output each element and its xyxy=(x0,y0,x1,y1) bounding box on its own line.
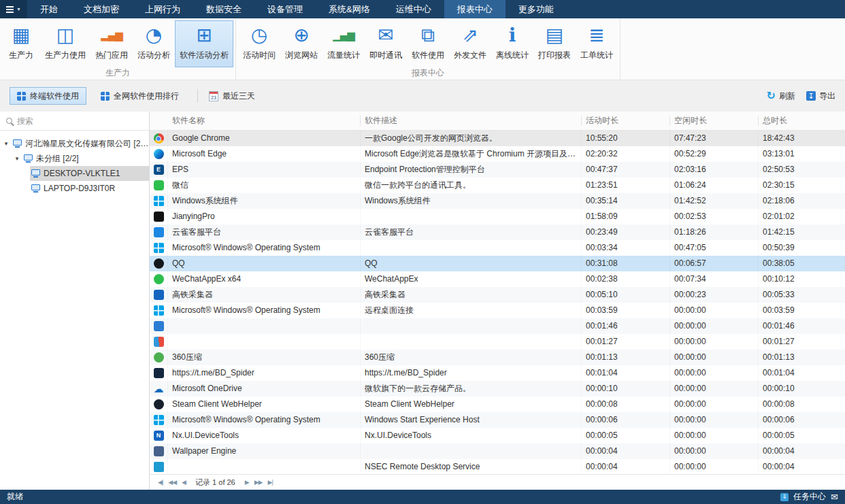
menu-item[interactable]: 开始 xyxy=(27,0,71,18)
expand-arrow-icon[interactable]: ▾ xyxy=(3,140,10,147)
view-tab[interactable]: 全网软件使用排行 xyxy=(93,87,186,105)
ribbon-item[interactable]: ◫生产力使用 xyxy=(40,20,90,67)
statusbar-right: ⇓ 任务中心 ✉ xyxy=(780,491,838,503)
page-prev-button[interactable]: ◀ xyxy=(182,479,186,486)
idle-duration: 00:00:23 xyxy=(670,287,759,303)
menu-item[interactable]: 更多功能 xyxy=(506,0,567,18)
ribbon-item[interactable]: ≣工单统计 xyxy=(576,20,618,67)
menu-item[interactable]: 上网行为 xyxy=(132,0,193,18)
table-row[interactable]: 云雀客服平台云雀客服平台00:23:4901:18:2601:42:15 xyxy=(150,224,845,240)
table-row[interactable]: Microsoft EdgeMicrosoft Edge浏览器是微软基于 Chr… xyxy=(150,146,845,162)
menu-item[interactable]: 文档加密 xyxy=(71,0,132,18)
ribbon-item[interactable]: ◔活动分析 xyxy=(133,20,175,67)
table-row[interactable]: NNx.UI.DeviceToolsNx.UI.DeviceTools00:00… xyxy=(150,428,845,443)
column-header[interactable]: 总时长 xyxy=(759,116,845,126)
table-row[interactable]: Google Chrome一款Google公司开发的网页浏览器。10:55:20… xyxy=(150,131,845,146)
app-menu-button[interactable]: ▼ xyxy=(0,0,27,18)
refresh-icon: ↻ xyxy=(767,90,776,101)
table-row[interactable]: WeChatAppEx x64WeChatAppEx00:02:3800:07:… xyxy=(150,271,845,287)
ribbon-item[interactable]: ⇗外发文件 xyxy=(449,20,491,67)
table-row[interactable]: NSEC Remote Desktop Service00:00:0400:00… xyxy=(150,459,845,474)
ribbon-item[interactable]: ℹ离线统计 xyxy=(491,20,533,67)
software-icon-cell xyxy=(150,287,168,303)
table-row[interactable]: 00:01:4600:00:0000:01:46 xyxy=(150,318,845,334)
active-duration: 00:47:37 xyxy=(582,162,670,178)
software-name: WeChatAppEx x64 xyxy=(168,271,361,287)
column-header[interactable]: 空闲时长 xyxy=(670,116,759,126)
table-row[interactable]: Wallpaper Engine00:00:0400:00:0000:00:04 xyxy=(150,443,845,459)
productivity-icon: ▦ xyxy=(7,23,35,48)
ribbon-item[interactable]: ⧉软件使用 xyxy=(407,20,449,67)
table-row[interactable]: https://t.me/BD_Spiderhttps://t.me/BD_Sp… xyxy=(150,365,845,381)
table-row[interactable]: Steam Client WebHelperSteam Client WebHe… xyxy=(150,397,845,412)
idle-duration: 01:18:26 xyxy=(670,224,759,240)
outgoing-files-icon: ⇗ xyxy=(456,23,484,48)
toolbar-actions: ↻刷新↧导出 xyxy=(767,90,835,102)
expand-arrow-icon[interactable]: ▾ xyxy=(14,155,20,162)
table-row[interactable]: QQQQ00:31:0800:06:5700:38:05 xyxy=(150,256,845,271)
table-row[interactable]: Microsoft® Windows® Operating System远程桌面… xyxy=(150,303,845,318)
table-row[interactable]: 高铁采集器高铁采集器00:05:1000:00:2300:05:33 xyxy=(150,287,845,303)
column-header[interactable]: 软件描述 xyxy=(361,116,582,126)
total-duration: 00:38:05 xyxy=(759,256,845,271)
ribbon-item[interactable]: ✉即时通讯 xyxy=(365,20,407,67)
date-filter-button[interactable]: 23 最近三天 xyxy=(209,90,255,102)
column-header[interactable]: 活动时长 xyxy=(582,116,670,126)
active-duration: 00:00:04 xyxy=(582,459,670,474)
menu-item[interactable]: 数据安全 xyxy=(193,0,254,18)
export-button-label: 导出 xyxy=(819,90,835,102)
tree-node[interactable]: ▾未分组 [2/2] xyxy=(12,151,149,166)
view-tab[interactable]: 终端软件使用 xyxy=(10,87,86,105)
page-next-button[interactable]: ▶ xyxy=(245,479,249,486)
active-duration: 00:00:08 xyxy=(582,397,670,412)
table-row[interactable]: ☁Microsoft OneDrive微软旗下的一款云存储产品。00:00:10… xyxy=(150,381,845,397)
tree-node[interactable]: DESKTOP-VLKTLE1 xyxy=(30,166,149,181)
search-input[interactable] xyxy=(17,116,143,126)
hot-apps-icon: ▂▄▆ xyxy=(97,23,126,48)
idle-duration: 00:00:00 xyxy=(670,459,759,474)
date-filter-label: 最近三天 xyxy=(222,90,255,102)
table-row[interactable]: Microsoft® Windows® Operating System00:0… xyxy=(150,240,845,256)
refresh-button[interactable]: ↻刷新 xyxy=(767,90,795,102)
ribbon-item[interactable]: ⊕浏览网站 xyxy=(280,20,322,67)
table-row[interactable]: 微信微信一款跨平台的通讯工具。01:23:5101:06:2402:30:15 xyxy=(150,178,845,193)
tree-node[interactable]: ▾河北瀚星辰文化传媒有限公司 [2/2] xyxy=(1,136,149,151)
table-body: Google Chrome一款Google公司开发的网页浏览器。10:55:20… xyxy=(150,131,845,474)
export-button[interactable]: ↧导出 xyxy=(806,90,835,102)
page-next-button[interactable]: ▶▶ xyxy=(254,479,263,486)
ticket-stats-icon: ≣ xyxy=(582,23,611,48)
menu-item[interactable]: 设备管理 xyxy=(254,0,316,18)
tree-node[interactable]: LAPTOP-D9J3IT0R xyxy=(30,181,149,196)
ribbon-item[interactable]: ▁▄▆流量统计 xyxy=(322,20,365,67)
message-icon[interactable]: ✉ xyxy=(831,492,838,501)
tree-node-label: DESKTOP-VLKTLE1 xyxy=(44,169,120,178)
table-row[interactable]: EEPSEndpoint Protection管理控制平台00:47:3702:… xyxy=(150,162,845,178)
ribbon-item[interactable]: ▤打印报表 xyxy=(533,20,576,67)
ribbon-item[interactable]: ⊞软件活动分析 xyxy=(175,20,233,67)
ribbon-item[interactable]: ▂▄▆热门应用 xyxy=(90,20,133,67)
page-prev-button[interactable]: ◀◀ xyxy=(168,479,176,486)
ribbon-item[interactable]: ◷活动时间 xyxy=(238,20,280,67)
table-row[interactable]: JianyingPro01:58:0900:02:5302:01:02 xyxy=(150,209,845,224)
ribbon-item[interactable]: ▦生产力 xyxy=(2,20,40,67)
active-duration: 00:23:49 xyxy=(582,224,670,240)
idle-duration: 02:03:16 xyxy=(670,162,759,178)
table-row[interactable]: Microsoft® Windows® Operating SystemWind… xyxy=(150,412,845,428)
table-row[interactable]: Windows系统组件Windows系统组件00:35:1401:42:5202… xyxy=(150,193,845,209)
column-header[interactable]: 软件名称 xyxy=(168,116,361,126)
software-desc xyxy=(361,443,582,459)
menu-item[interactable]: 报表中心 xyxy=(444,0,506,18)
software-icon-cell xyxy=(150,131,168,146)
menu-item[interactable]: 系统&网络 xyxy=(316,0,383,18)
software-desc: 微软旗下的一款云存储产品。 xyxy=(361,381,582,397)
menu-item[interactable]: 运维中心 xyxy=(383,0,444,18)
instant-messaging-icon: ✉ xyxy=(371,23,400,48)
task-center-button[interactable]: 任务中心 xyxy=(793,491,826,503)
wechat-icon xyxy=(154,180,164,190)
table-row[interactable]: 00:01:2700:00:0000:01:27 xyxy=(150,334,845,350)
page-next-button[interactable]: ▶| xyxy=(268,479,273,486)
windows-icon xyxy=(154,243,164,253)
active-duration: 00:05:10 xyxy=(582,287,670,303)
table-row[interactable]: 360压缩360压缩00:01:1300:00:0000:01:13 xyxy=(150,350,845,365)
page-prev-button[interactable]: ◀| xyxy=(158,479,163,486)
